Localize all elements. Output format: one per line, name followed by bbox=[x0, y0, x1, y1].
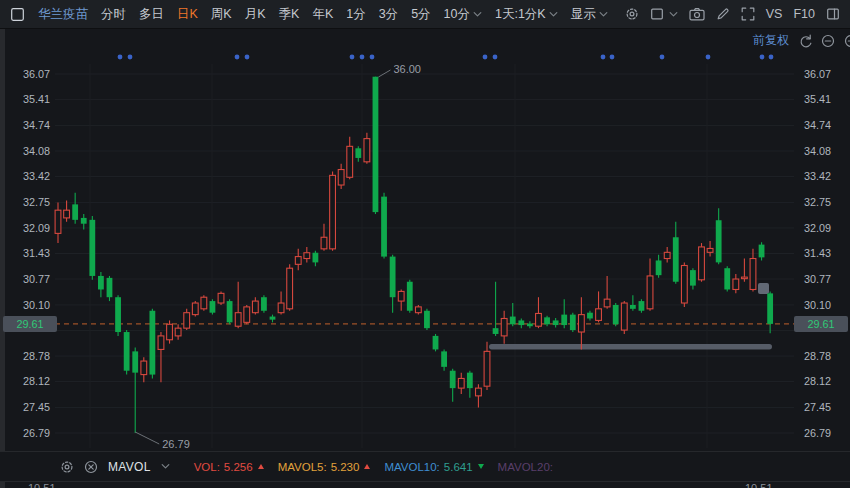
event-dot[interactable] bbox=[760, 55, 765, 60]
indicator-mavol5[interactable]: MAVOL5:5.230 bbox=[278, 461, 371, 473]
tab-3min[interactable]: 3分 bbox=[379, 6, 398, 23]
candle bbox=[72, 204, 78, 219]
candle bbox=[270, 317, 276, 320]
indicator-selector[interactable]: MAVOL bbox=[108, 460, 151, 474]
indicator-close-icon[interactable] bbox=[84, 460, 98, 474]
candle bbox=[304, 253, 310, 259]
event-dot[interactable] bbox=[118, 55, 123, 60]
indicator-value: 5.641 bbox=[444, 461, 473, 473]
indicator-label: MAVOL20: bbox=[498, 461, 553, 473]
chevron-down-icon[interactable] bbox=[473, 11, 482, 18]
y-axis-label-left: 28.12 bbox=[23, 375, 50, 387]
candle bbox=[613, 305, 619, 324]
indicator-mavol20[interactable]: MAVOL20: bbox=[498, 461, 553, 473]
period-tabs: 分时多日日K周K月K季K年K1分3分5分10分1天:1分K显示 bbox=[101, 6, 608, 23]
y-axis-label-left: 32.09 bbox=[23, 222, 50, 234]
event-dot[interactable] bbox=[769, 55, 774, 60]
tab-1day-1mink[interactable]: 1天:1分K bbox=[495, 6, 558, 23]
y-axis-label-right: 36.07 bbox=[804, 68, 831, 80]
candle bbox=[759, 245, 765, 258]
y-axis-label-left: 31.43 bbox=[23, 247, 50, 259]
tab-fenshi[interactable]: 分时 bbox=[101, 6, 126, 23]
chevron-down-icon[interactable] bbox=[549, 11, 558, 18]
candle bbox=[656, 260, 662, 275]
event-dot[interactable] bbox=[493, 55, 498, 60]
chart-toolbar: 华兰疫苗 分时多日日K周K月K季K年K1分3分5分10分1天:1分K显示 VSF… bbox=[0, 0, 850, 29]
indicator-vol[interactable]: VOL:5.256 bbox=[194, 461, 264, 473]
indicator-gear-icon[interactable] bbox=[60, 460, 74, 474]
y-axis-label-left: 34.08 bbox=[23, 145, 50, 157]
candle bbox=[338, 170, 344, 185]
candle bbox=[458, 378, 464, 388]
tab-1min[interactable]: 1分 bbox=[346, 6, 365, 23]
event-dot[interactable] bbox=[360, 55, 365, 60]
tab-display[interactable]: 显示 bbox=[571, 6, 608, 23]
tab-ji-k[interactable]: 季K bbox=[279, 6, 300, 23]
event-dot[interactable] bbox=[235, 55, 240, 60]
event-dot[interactable] bbox=[370, 55, 375, 60]
event-dot[interactable] bbox=[245, 55, 250, 60]
candle bbox=[578, 315, 584, 332]
expand-icon[interactable] bbox=[741, 7, 755, 21]
tab-10min[interactable]: 10分 bbox=[444, 6, 482, 23]
candle bbox=[398, 291, 404, 301]
event-dot[interactable] bbox=[350, 55, 355, 60]
layout-icon[interactable] bbox=[650, 7, 664, 21]
candle bbox=[553, 320, 559, 325]
candle bbox=[527, 324, 533, 327]
chevron-down-icon[interactable] bbox=[599, 11, 608, 18]
event-dot[interactable] bbox=[706, 55, 711, 60]
zoom-in-icon[interactable] bbox=[844, 34, 850, 48]
candle bbox=[124, 332, 130, 371]
vs-button[interactable]: VS bbox=[766, 7, 783, 21]
f10-button[interactable]: F10 bbox=[793, 7, 815, 21]
pencil-icon[interactable] bbox=[716, 7, 730, 21]
indicator-bar: MAVOL VOL:5.256MAVOL5:5.230MAVOL10:5.641… bbox=[0, 451, 850, 482]
tab-zhou-k[interactable]: 周K bbox=[211, 6, 232, 23]
candle bbox=[690, 270, 696, 285]
gear-icon[interactable] bbox=[625, 7, 639, 21]
candle bbox=[544, 317, 550, 324]
candle bbox=[630, 305, 636, 309]
candle bbox=[467, 373, 473, 388]
y-axis-label-left: 35.41 bbox=[23, 93, 50, 105]
candle bbox=[347, 146, 353, 177]
tab-nian-k[interactable]: 年K bbox=[312, 6, 333, 23]
tab-5min[interactable]: 5分 bbox=[411, 6, 430, 23]
indicator-values: VOL:5.256MAVOL5:5.230MAVOL10:5.641MAVOL2… bbox=[180, 461, 553, 473]
candlestick-chart[interactable]: 36.0026.7936.0736.0735.4135.4134.7434.74… bbox=[0, 28, 850, 452]
trading-app-window: 华兰疫苗 分时多日日K周K月K季K年K1分3分5分10分1天:1分K显示 VSF… bbox=[0, 0, 850, 488]
candle bbox=[55, 210, 61, 233]
candle bbox=[493, 328, 499, 334]
y-axis-label-left: 32.75 bbox=[23, 196, 50, 208]
candle bbox=[407, 282, 413, 311]
candle bbox=[450, 371, 456, 388]
candle bbox=[664, 252, 670, 258]
candle bbox=[218, 293, 224, 303]
event-dot[interactable] bbox=[610, 55, 615, 60]
candle bbox=[750, 259, 756, 290]
panel-icon[interactable] bbox=[826, 7, 840, 21]
indicator-mavol10[interactable]: MAVOL10:5.641 bbox=[384, 461, 483, 473]
candle bbox=[107, 278, 113, 297]
symbol-title[interactable]: 华兰疫苗 bbox=[38, 6, 88, 23]
tab-duori[interactable]: 多日 bbox=[139, 6, 164, 23]
high-annotation-label: 36.00 bbox=[393, 63, 421, 75]
candle bbox=[621, 303, 627, 330]
chevron-down-icon[interactable] bbox=[161, 463, 170, 470]
y-axis-label-right: 31.43 bbox=[804, 247, 831, 259]
tab-yue-k[interactable]: 月K bbox=[245, 6, 266, 23]
adjustment-label[interactable]: 前复权 bbox=[753, 32, 789, 49]
camera-icon[interactable] bbox=[689, 7, 705, 21]
event-dot[interactable] bbox=[660, 55, 665, 60]
event-dot[interactable] bbox=[601, 55, 606, 60]
tab-ri-k[interactable]: 日K bbox=[177, 6, 198, 23]
window-box-icon[interactable] bbox=[10, 7, 25, 22]
zoom-out-icon[interactable] bbox=[821, 34, 835, 48]
event-dot[interactable] bbox=[128, 55, 133, 60]
y-axis-label-left: 30.77 bbox=[23, 273, 50, 285]
candle bbox=[699, 247, 705, 280]
event-dot[interactable] bbox=[483, 55, 488, 60]
chevron-down-icon[interactable] bbox=[669, 11, 678, 18]
undo-icon[interactable] bbox=[798, 34, 812, 48]
